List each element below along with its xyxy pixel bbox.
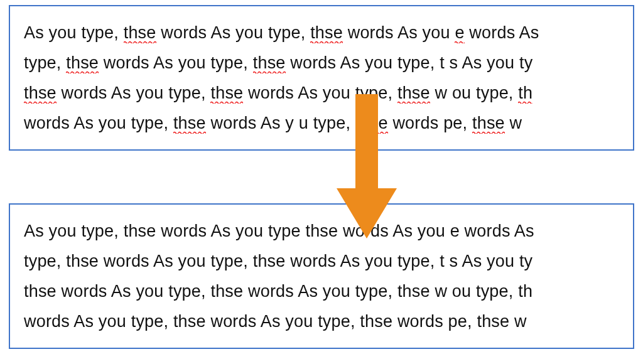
spellcheck-squiggle: thse xyxy=(310,23,343,43)
spellcheck-squiggle: thse xyxy=(253,53,286,73)
text-line: type, thse words As you type, thse words… xyxy=(24,246,633,276)
text-line: thse words As you type, thse words As yo… xyxy=(24,78,633,108)
spellcheck-squiggle: thse xyxy=(66,53,99,73)
spellcheck-squiggle: thse xyxy=(397,83,430,104)
text-line: As you type, thse words As you type thse… xyxy=(24,216,633,246)
spellcheck-squiggle: thse xyxy=(173,114,206,134)
text-line: words As you type, thse words As y u typ… xyxy=(24,108,633,138)
spellcheck-squiggle: th xyxy=(518,83,532,104)
text-line: type, thse words As you type, thse words… xyxy=(24,48,633,78)
spellcheck-squiggle: thse xyxy=(24,83,57,104)
text-line: words As you type, thse words As you typ… xyxy=(24,306,633,336)
textbox-after: As you type, thse words As you type thse… xyxy=(9,203,634,349)
spellcheck-squiggle: thse xyxy=(124,23,156,43)
spellcheck-squiggle: e xyxy=(455,23,464,43)
spellcheck-squiggle: thse xyxy=(472,114,505,134)
text-line: thse words As you type, thse words As yo… xyxy=(24,276,633,306)
text-line: As you type, thse words As you type, ths… xyxy=(24,18,633,48)
textbox-before: As you type, thse words As you type, ths… xyxy=(9,5,634,151)
spellcheck-squiggle: thse xyxy=(355,114,388,134)
spellcheck-squiggle: thse xyxy=(210,83,243,104)
comparison-figure: As you type, thse words As you type, ths… xyxy=(0,0,643,364)
